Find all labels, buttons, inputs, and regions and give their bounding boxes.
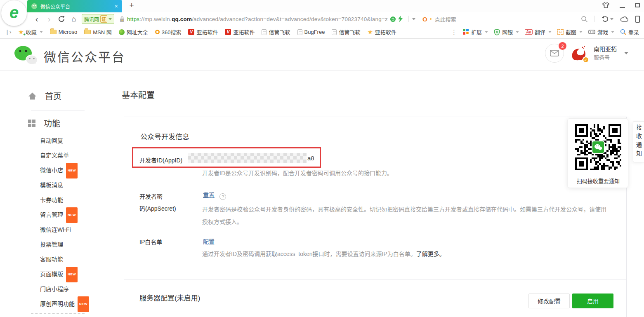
modify-config-button[interactable]: 修改配置: [528, 294, 570, 308]
online-banking-menu[interactable]: ¥ 网银: [494, 28, 519, 36]
search-placeholder[interactable]: 点此搜索: [435, 15, 456, 23]
extensions-menu[interactable]: 扩展: [463, 28, 488, 36]
reset-link[interactable]: 重置: [203, 192, 215, 198]
page-icon: [297, 29, 302, 35]
bookmark-item[interactable]: BugFree: [297, 29, 325, 35]
sidebar-item-customer-service[interactable]: 客服功能: [40, 252, 89, 267]
back-button[interactable]: ‹: [31, 13, 43, 25]
home-icon: [28, 92, 37, 100]
account-type: 服务号: [594, 53, 617, 61]
search-engine-icon: O: [422, 16, 427, 23]
cert-badge: 证: [100, 15, 107, 23]
sidebar-item-features[interactable]: 功能: [28, 117, 60, 129]
games-menu[interactable]: 游戏: [588, 28, 614, 36]
more-dots-icon[interactable]: ⋮: [451, 28, 457, 36]
platform-title: 微信公众平台: [44, 47, 125, 65]
receive-notice-tab[interactable]: 接收通知: [633, 121, 644, 162]
enable-button[interactable]: 启用: [572, 294, 613, 308]
new-badge: NEW: [66, 163, 78, 178]
account-name: 南阳亚拓: [594, 45, 617, 53]
url-text: https://mp.weixin.qq.com/advanced/advanc…: [127, 16, 388, 22]
screenshot-menu[interactable]: ✂ 截图: [557, 28, 583, 36]
favorites-star-icon: ★+: [18, 28, 24, 36]
account-avatar[interactable]: ✓: [570, 44, 588, 62]
browser-tab[interactable]: 微信公众平台 ×: [27, 0, 122, 12]
learn-more-link[interactable]: 了解更多。: [416, 251, 445, 257]
sidebar-item-page-template[interactable]: 页面模版NEW: [40, 267, 89, 282]
sidebar-item-original-statement[interactable]: 原创声明功能NEW: [40, 296, 89, 311]
mobile-connect-icon[interactable]: [635, 16, 640, 23]
bookmark-item[interactable]: ★亚拓软件: [367, 28, 396, 36]
bookmark-item[interactable]: 360搜索: [155, 28, 182, 36]
site-identity-badge[interactable]: 腾讯网 证: [82, 14, 114, 24]
sidebar-dashed-divider: [31, 313, 85, 314]
folder-icon: [84, 30, 91, 34]
page-icon: [332, 29, 337, 35]
bookmark-item[interactable]: Microso: [50, 29, 78, 35]
url-dropdown-icon[interactable]: [412, 18, 415, 20]
shield-yen-icon: ¥: [494, 29, 500, 35]
tab-close-icon[interactable]: ×: [115, 3, 118, 9]
screenshot-icon: ✂: [557, 29, 564, 35]
sidebar-item-home[interactable]: 首页: [28, 90, 61, 102]
qr-caption: 扫码接收重要通知: [568, 177, 629, 185]
minimize-button[interactable]: [620, 7, 625, 8]
home-button[interactable]: ⌂: [68, 13, 80, 25]
forward-button[interactable]: ›: [43, 13, 55, 25]
sidebar-item-card-coupon[interactable]: 卡券功能: [40, 193, 89, 207]
sidebar-item-custom-menu[interactable]: 自定义菜单: [40, 148, 89, 163]
dev-info-section-title: 公众号开发信息: [140, 131, 189, 141]
sidebar-item-comment-mgmt[interactable]: 留言管理NEW: [40, 207, 89, 222]
sidebar-item-wifi[interactable]: 微信连Wi-Fi: [40, 222, 89, 237]
notifications-button[interactable]: 2: [545, 44, 564, 63]
login-button[interactable]: 登录: [620, 28, 639, 36]
appsecret-label: 开发者密 码(AppSecret): [139, 191, 176, 215]
bookmark-item[interactable]: 信管飞软: [332, 28, 360, 36]
qr-notice-panel: 扫码接收重要通知: [567, 118, 628, 188]
cloud-sync-icon[interactable]: [620, 16, 629, 22]
address-bar[interactable]: https://mp.weixin.qq.com/advanced/advanc…: [119, 16, 403, 22]
bookmark-item[interactable]: V亚拓软件: [188, 28, 218, 36]
refresh-button[interactable]: [55, 15, 68, 23]
360-search-icon: [155, 30, 160, 34]
sidebar-item-store-miniprogram[interactable]: 门店小程序: [40, 282, 89, 296]
sidebar-item-auto-reply[interactable]: 自动回复: [40, 133, 89, 148]
grid-icon: [28, 120, 35, 127]
wechat-qr-center-icon: [592, 141, 605, 154]
tab-title: 微信公众平台: [40, 3, 111, 10]
new-badge: NEW: [66, 267, 78, 282]
sidebar-item-wechat-store[interactable]: 微信小店NEW: [40, 163, 89, 178]
translate-menu[interactable]: Aa 翻译: [525, 28, 552, 36]
search-icon[interactable]: [581, 16, 588, 23]
skin-theme-icon[interactable]: [602, 2, 610, 9]
browser-logo[interactable]: e: [1, 0, 27, 26]
new-badge: NEW: [66, 207, 78, 223]
favorites-menu[interactable]: ★+ 收藏: [18, 28, 42, 36]
bookmark-item[interactable]: MSN 网: [84, 28, 112, 36]
bookmark-item[interactable]: V亚拓软件: [225, 28, 255, 36]
undo-history-icon[interactable]: [602, 16, 609, 23]
bookmark-item[interactable]: 网址大全: [119, 28, 148, 36]
sidebar-item-template-message[interactable]: 模板消息: [40, 178, 89, 193]
access-token-link[interactable]: 获取access_token接口: [266, 251, 324, 257]
sidebar-menu: 自动回复 自定义菜单 微信小店NEW 模板消息 卡券功能 留言管理NEW 微信连…: [40, 133, 89, 311]
auto-refresh-icon[interactable]: [390, 16, 396, 22]
bookmark-item[interactable]: 信管飞软: [262, 28, 290, 36]
omnibox-search[interactable]: O 点此搜索: [408, 15, 456, 23]
sidebar-expand-icon[interactable]: ❘›: [5, 29, 11, 35]
browser-toolbar: ‹ › ⌂ 腾讯网 证 https://mp.weixin.qq.com/adv…: [0, 12, 644, 26]
folder-icon: [50, 30, 57, 34]
sidebar-item-vote-mgmt[interactable]: 投票管理: [40, 237, 89, 252]
account-dropdown-icon[interactable]: [624, 52, 628, 54]
star-icon: ★: [367, 28, 373, 36]
app-icon: V: [188, 29, 194, 35]
section-divider: [124, 279, 626, 279]
undo-dropdown-icon[interactable]: [610, 18, 613, 20]
maximize-button[interactable]: [635, 3, 640, 7]
wechat-favicon-icon: [31, 3, 37, 9]
speed-bolt-icon[interactable]: [398, 16, 403, 22]
new-tab-button[interactable]: +: [126, 1, 137, 10]
wechat-logo: [13, 45, 39, 66]
help-question-icon[interactable]: ?: [219, 193, 226, 200]
ip-config-link[interactable]: 配置: [203, 237, 215, 245]
